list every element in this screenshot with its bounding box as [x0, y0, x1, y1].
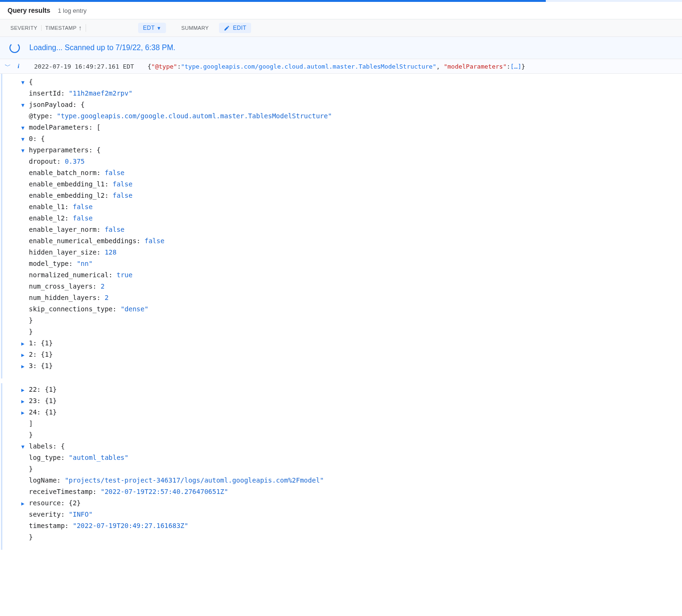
- json-array-item-2[interactable]: ▶2: {1}: [2, 349, 682, 361]
- json-field-enable_l2[interactable]: ▼enable_l2: false: [2, 213, 682, 224]
- results-count: 1 log entry: [58, 7, 87, 14]
- json-array-item-23[interactable]: ▶23: {1}: [2, 396, 682, 407]
- progress-bar: [0, 0, 682, 2]
- progress-bar-fill: [0, 0, 546, 2]
- json-field-labels[interactable]: ▼labels: {: [2, 441, 682, 452]
- json-field-type[interactable]: ▼@type: "type.googleapis.com/google.clou…: [2, 111, 682, 122]
- col-timestamp[interactable]: TIMESTAMP ↑: [42, 24, 86, 32]
- timezone-chip[interactable]: EDT ▼: [138, 23, 166, 33]
- pencil-icon: [224, 25, 230, 31]
- json-field-receiveTimestamp[interactable]: ▼receiveTimestamp: "2022-07-19T22:57:40.…: [2, 486, 682, 498]
- json-array-item-24[interactable]: ▶24: {1}: [2, 407, 682, 418]
- json-field-enable_batch_norm[interactable]: ▼enable_batch_norm: false: [2, 167, 682, 179]
- json-field-model_type[interactable]: ▼model_type: "nn": [2, 258, 682, 270]
- severity-info-icon: i: [14, 62, 23, 70]
- json-field-timestamp[interactable]: ▼timestamp: "2022-07-19T20:49:27.161683Z…: [2, 520, 682, 532]
- json-field-num_hidden_layers[interactable]: ▼num_hidden_layers: 2: [2, 292, 682, 304]
- json-field-num_cross_layers[interactable]: ▼num_cross_layers: 2: [2, 281, 682, 292]
- json-tree-continued: ▶22: {1} ▶23: {1} ▶24: {1} ▼] ▼} ▼labels…: [1, 383, 682, 550]
- json-close-brace: ▼}: [2, 532, 682, 543]
- timezone-chip-label: EDT: [143, 25, 155, 31]
- json-field-enable_embedding_l2[interactable]: ▼enable_embedding_l2: false: [2, 190, 682, 202]
- col-timestamp-label: TIMESTAMP: [45, 25, 77, 31]
- json-array-item-3[interactable]: ▶3: {1}: [2, 361, 682, 372]
- log-entry-summary: {"@type":"type.googleapis.com/google.clo…: [148, 63, 677, 70]
- json-field-enable_l1[interactable]: ▼enable_l1: false: [2, 202, 682, 213]
- json-ellipsis-gap: [0, 378, 682, 383]
- json-field-enable_layer_norm[interactable]: ▼enable_layer_norm: false: [2, 224, 682, 236]
- sort-ascending-icon: ↑: [79, 24, 82, 32]
- json-field-insertId[interactable]: ▼insertId: "11h2maef2m2rpv": [2, 88, 682, 99]
- json-field-dropout[interactable]: ▼dropout: 0.375: [2, 156, 682, 167]
- json-close-brace: ▼}: [2, 326, 682, 338]
- results-header: Query results 1 log entry: [0, 2, 682, 19]
- json-field-normalized_numerical[interactable]: ▼normalized_numerical: true: [2, 270, 682, 281]
- json-array-item-0[interactable]: ▼0: {: [2, 133, 682, 145]
- chevron-down-icon: ▼: [157, 26, 161, 31]
- json-close-bracket: ▼]: [2, 418, 682, 430]
- json-field-enable_numerical_embeddings[interactable]: ▼enable_numerical_embeddings: false: [2, 236, 682, 247]
- json-close-brace: ▼}: [2, 464, 682, 475]
- results-title: Query results: [8, 7, 50, 14]
- edit-chip-label: EDIT: [233, 25, 246, 31]
- columns-header: SEVERITY TIMESTAMP ↑ EDT ▼ SUMMARY EDIT: [0, 19, 682, 37]
- json-field-modelParameters[interactable]: ▼modelParameters: [: [2, 122, 682, 133]
- log-entry-timestamp: 2022-07-19 16:49:27.161 EDT: [34, 63, 148, 70]
- json-field-resource[interactable]: ▶resource: {2}: [2, 498, 682, 509]
- col-summary[interactable]: SUMMARY: [177, 25, 212, 31]
- json-open-brace[interactable]: ▼{: [2, 77, 682, 88]
- json-field-logName[interactable]: ▼logName: "projects/test-project-346317/…: [2, 475, 682, 486]
- json-close-brace: ▼}: [2, 315, 682, 326]
- json-field-hidden_layer_size[interactable]: ▼hidden_layer_size: 128: [2, 247, 682, 258]
- loading-row: Loading... Scanned up to 7/19/22, 6:38 P…: [0, 37, 682, 59]
- log-entry-row[interactable]: ﹀ i 2022-07-19 16:49:27.161 EDT {"@type"…: [0, 59, 682, 74]
- json-field-jsonPayload[interactable]: ▼jsonPayload: {: [2, 99, 682, 111]
- loading-text: Loading... Scanned up to 7/19/22, 6:38 P…: [29, 44, 175, 52]
- json-array-item-1[interactable]: ▶1: {1}: [2, 338, 682, 349]
- json-field-enable_embedding_l1[interactable]: ▼enable_embedding_l1: false: [2, 179, 682, 190]
- json-close-brace: ▼}: [2, 430, 682, 441]
- json-field-skip_connections_type[interactable]: ▼skip_connections_type: "dense": [2, 304, 682, 315]
- json-tree: ▼{ ▼insertId: "11h2maef2m2rpv" ▼jsonPayl…: [1, 74, 682, 378]
- json-field-hyperparameters[interactable]: ▼hyperparameters: {: [2, 145, 682, 156]
- json-array-item-22[interactable]: ▶22: {1}: [2, 384, 682, 396]
- edit-chip[interactable]: EDIT: [219, 23, 251, 33]
- spinner-icon: [9, 43, 20, 53]
- chevron-down-icon[interactable]: ﹀: [5, 62, 12, 70]
- json-field-log_type[interactable]: ▼log_type: "automl_tables": [2, 452, 682, 464]
- json-field-severity[interactable]: ▼severity: "INFO": [2, 509, 682, 520]
- col-severity[interactable]: SEVERITY: [7, 25, 42, 31]
